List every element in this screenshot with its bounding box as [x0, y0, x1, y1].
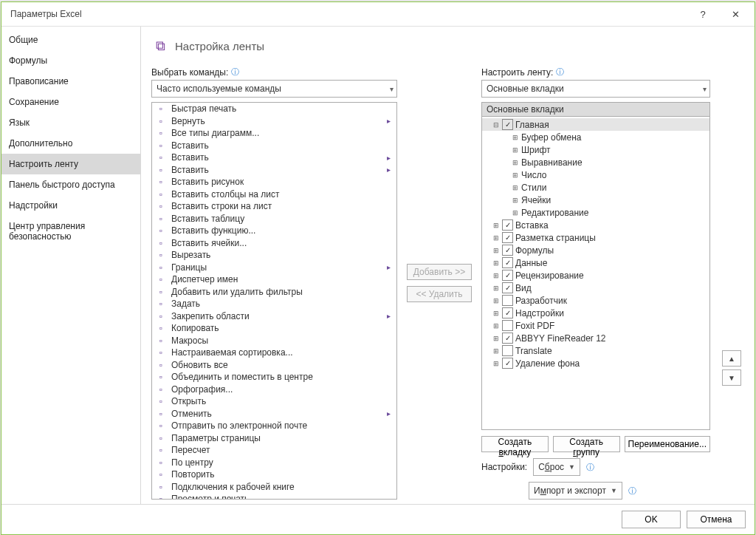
help-button[interactable]: ?	[687, 3, 719, 25]
info-icon[interactable]: ⓘ	[628, 485, 636, 497]
command-item[interactable]: ▫Все типы диаграмм...	[152, 127, 396, 140]
tree-node[interactable]: ⊟Главная	[482, 118, 709, 131]
command-item[interactable]: ▫Закрепить области▸	[152, 310, 396, 323]
tree-node[interactable]: ⊞Выравнивание	[482, 156, 709, 168]
add-button[interactable]: Добавить >>	[407, 264, 472, 280]
tree-node[interactable]: ⊞Число	[482, 168, 709, 181]
reset-button[interactable]: Сброс▼	[533, 458, 580, 476]
expander-icon[interactable]: ⊞	[492, 284, 500, 292]
new-group-button[interactable]: Создать группу	[553, 436, 620, 452]
tree-node[interactable]: ⊞Рецензирование	[482, 269, 709, 282]
command-item[interactable]: ▫Пересчет	[152, 444, 396, 457]
move-down-button[interactable]: ▼	[722, 369, 741, 386]
expander-icon[interactable]: ⊞	[492, 360, 500, 367]
command-item[interactable]: ▫Обновить все	[152, 359, 396, 372]
checkbox[interactable]	[502, 270, 513, 281]
expander-icon[interactable]: ⊞	[492, 247, 500, 254]
info-icon[interactable]: ⓘ	[231, 67, 239, 78]
command-item[interactable]: ▫Настраиваемая сортировка...	[152, 347, 396, 359]
expander-icon[interactable]: ⊞	[492, 272, 500, 279]
customize-ribbon-combo[interactable]: Основные вкладки ▾	[481, 80, 710, 98]
expander-icon[interactable]: ⊟	[492, 121, 500, 129]
new-tab-button[interactable]: Создать вкладку	[481, 436, 549, 452]
command-item[interactable]: ▫Вставить ячейки...	[152, 237, 396, 250]
tree-node[interactable]: ⊞Удаление фона	[482, 357, 709, 369]
command-item[interactable]: ▫Вставить таблицу	[152, 213, 396, 225]
expander-icon[interactable]: ⊞	[492, 335, 500, 342]
expander-icon[interactable]: ⊞	[512, 184, 519, 191]
tree-node[interactable]: ⊞Редактирование	[482, 206, 709, 219]
command-item[interactable]: ▫Объединить и поместить в центре	[152, 371, 396, 384]
checkbox[interactable]	[502, 219, 513, 231]
expander-icon[interactable]: ⊞	[492, 310, 500, 317]
expander-icon[interactable]: ⊞	[492, 222, 500, 229]
command-item[interactable]: ▫Границы▸	[152, 262, 396, 274]
command-item[interactable]: ▫Вставить рисунок	[152, 176, 396, 188]
sidebar-item[interactable]: Правописание	[1, 71, 140, 92]
expander-icon[interactable]: ⊞	[492, 297, 500, 304]
expander-icon[interactable]: ⊞	[492, 322, 500, 330]
checkbox[interactable]	[502, 333, 513, 344]
tree-node[interactable]: ⊞Вид	[482, 282, 709, 294]
command-item[interactable]: ▫Макросы	[152, 335, 396, 347]
command-item[interactable]: ▫Добавить или удалить фильтры	[152, 286, 396, 299]
tree-node[interactable]: ⊞Разметка страницы	[482, 231, 709, 244]
expander-icon[interactable]: ⊞	[512, 159, 519, 166]
sidebar-item[interactable]: Дополнительно	[1, 133, 140, 154]
command-item[interactable]: ▫Отменить▸	[152, 408, 396, 420]
cancel-button[interactable]: Отмена	[687, 511, 746, 528]
tree-node[interactable]: ⊞Ячейки	[482, 194, 709, 206]
choose-commands-combo[interactable]: Часто используемые команды ▾	[151, 80, 397, 98]
command-item[interactable]: ▫Вставить	[152, 140, 396, 152]
tree-node[interactable]: ⊞Формулы	[482, 244, 709, 256]
close-button[interactable]: ✕	[719, 3, 752, 25]
import-export-button[interactable]: Импорт и экспорт▼	[529, 482, 622, 500]
command-item[interactable]: ▫Открыть	[152, 395, 396, 408]
tree-node[interactable]: ⊞Разработчик	[482, 294, 709, 307]
command-item[interactable]: ▫Вернуть▸	[152, 115, 396, 128]
tree-node[interactable]: ⊞Надстройки	[482, 307, 709, 319]
command-item[interactable]: ▫По центру	[152, 457, 396, 469]
tree-node[interactable]: ⊞Буфер обмена	[482, 131, 709, 143]
sidebar-item[interactable]: Формулы	[1, 50, 140, 71]
info-icon[interactable]: ⓘ	[556, 67, 564, 78]
tree-node[interactable]: ⊞Вставка	[482, 219, 709, 231]
expander-icon[interactable]: ⊞	[512, 209, 519, 217]
command-item[interactable]: ▫Повторить	[152, 468, 396, 481]
expander-icon[interactable]: ⊞	[492, 234, 500, 242]
remove-button[interactable]: << Удалить	[407, 286, 472, 302]
command-item[interactable]: ▫Просмотр и печать	[152, 493, 396, 500]
checkbox[interactable]	[502, 119, 513, 130]
command-item[interactable]: ▫Вставить▸	[152, 151, 396, 164]
command-item[interactable]: ▫Вставить▸	[152, 164, 396, 177]
tree-node[interactable]: ⊞Шрифт	[482, 143, 709, 156]
sidebar-item[interactable]: Сохранение	[1, 92, 140, 112]
command-item[interactable]: ▫Вставить столбцы на лист	[152, 188, 396, 201]
command-item[interactable]: ▫Орфография...	[152, 384, 396, 396]
command-item[interactable]: ▫Подключения к рабочей книге	[152, 481, 396, 494]
command-item[interactable]: ▫Диспетчер имен	[152, 273, 396, 286]
checkbox[interactable]	[502, 257, 513, 268]
tree-node[interactable]: ⊞ABBYY FineReader 12	[482, 332, 709, 344]
tree-node[interactable]: ⊞Данные	[482, 256, 709, 269]
sidebar-item[interactable]: Настроить ленту	[1, 154, 140, 174]
sidebar-item[interactable]: Надстройки	[1, 195, 140, 216]
command-item[interactable]: ▫Вставить функцию...	[152, 225, 396, 237]
command-item[interactable]: ▫Отправить по электронной почте	[152, 420, 396, 432]
tree-node[interactable]: ⊞Стили	[482, 181, 709, 194]
checkbox[interactable]	[502, 320, 513, 331]
command-item[interactable]: ▫Копировать	[152, 322, 396, 335]
command-item[interactable]: ▫Быстрая печать	[152, 103, 396, 115]
checkbox[interactable]	[502, 345, 513, 356]
checkbox[interactable]	[502, 232, 513, 243]
command-item[interactable]: ▫Параметры страницы	[152, 432, 396, 445]
expander-icon[interactable]: ⊞	[512, 134, 519, 141]
move-up-button[interactable]: ▲	[722, 350, 741, 367]
sidebar-item[interactable]: Общие	[1, 30, 140, 50]
expander-icon[interactable]: ⊞	[492, 259, 500, 267]
checkbox[interactable]	[502, 307, 513, 318]
tree-node[interactable]: ⊞Foxit PDF	[482, 319, 709, 332]
expander-icon[interactable]: ⊞	[492, 347, 500, 355]
sidebar-item[interactable]: Центр управления безопасностью	[1, 216, 140, 247]
rename-button[interactable]: Переименование...	[625, 436, 711, 452]
